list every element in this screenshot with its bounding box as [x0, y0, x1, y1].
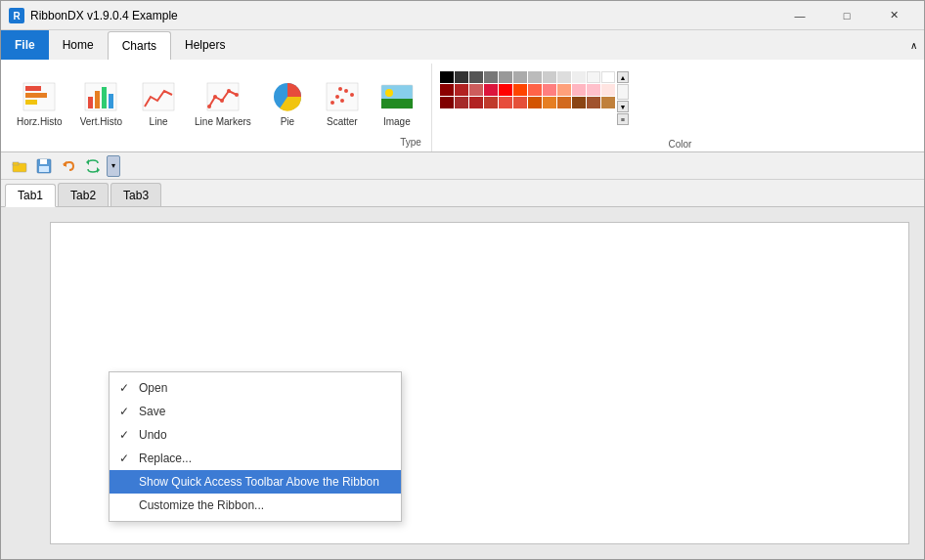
color-swatch[interactable]: [543, 71, 556, 83]
svg-rect-7: [88, 97, 93, 108]
color-swatch[interactable]: [440, 71, 454, 83]
ribbon-btn-horz-histo[interactable]: Horz.Histo: [11, 75, 68, 131]
color-swatch[interactable]: [528, 97, 542, 108]
menu-item-replace[interactable]: ✓ Replace...: [110, 447, 401, 470]
color-swatch[interactable]: [572, 97, 586, 108]
color-swatch[interactable]: [557, 84, 571, 96]
color-swatch[interactable]: [528, 71, 542, 83]
color-swatch[interactable]: [587, 71, 600, 83]
check-undo: ✓: [119, 428, 129, 442]
svg-point-28: [385, 89, 393, 97]
palette-row-3: [440, 97, 615, 108]
color-swatch[interactable]: [601, 97, 615, 108]
tab-home[interactable]: Home: [49, 30, 108, 60]
vert-histo-icon: [83, 79, 118, 114]
color-swatch[interactable]: [528, 84, 542, 96]
color-swatch[interactable]: [572, 71, 586, 83]
menu-item-save[interactable]: ✓ Save: [110, 400, 401, 423]
color-swatch[interactable]: [587, 84, 600, 96]
color-swatch[interactable]: [440, 84, 454, 96]
color-swatch[interactable]: [455, 84, 468, 96]
ribbon-type-items: Horz.Histo Vert.Histo: [11, 65, 421, 135]
color-swatch[interactable]: [484, 71, 498, 83]
svg-rect-33: [39, 166, 49, 172]
svg-point-25: [338, 87, 342, 91]
ribbon-btn-line[interactable]: Line: [134, 75, 183, 131]
color-swatch[interactable]: [513, 97, 527, 108]
svg-point-14: [213, 95, 217, 99]
color-swatch[interactable]: [469, 71, 483, 83]
color-swatch[interactable]: [484, 84, 498, 96]
color-swatch[interactable]: [499, 97, 512, 108]
close-button[interactable]: ✕: [871, 1, 916, 30]
svg-text:R: R: [13, 11, 21, 22]
color-swatch[interactable]: [499, 71, 512, 83]
color-swatch[interactable]: [557, 71, 571, 83]
ribbon-btn-line-markers[interactable]: Line Markers: [189, 75, 257, 131]
menu-item-show-above[interactable]: Show Quick Access Toolbar Above the Ribb…: [110, 470, 401, 494]
svg-rect-5: [25, 100, 37, 105]
svg-rect-9: [102, 87, 107, 108]
menu-bar: File Home Charts Helpers ∧: [1, 30, 924, 60]
color-swatch[interactable]: [455, 97, 468, 108]
menu-item-show-above-label: Show Quick Access Toolbar Above the Ribb…: [139, 475, 379, 489]
color-swatch[interactable]: [587, 97, 600, 108]
color-swatch[interactable]: [469, 97, 483, 108]
scatter-icon: [325, 79, 360, 114]
ribbon-btn-pie[interactable]: Pie: [263, 75, 312, 131]
ribbon-btn-scatter[interactable]: Scatter: [318, 75, 367, 131]
color-swatch[interactable]: [601, 71, 615, 83]
svg-rect-4: [25, 93, 47, 98]
qa-open-button[interactable]: [9, 155, 30, 177]
check-replace: ✓: [119, 452, 129, 465]
color-swatch[interactable]: [469, 84, 483, 96]
content-tab-3[interactable]: Tab3: [110, 183, 161, 206]
ribbon-btn-image[interactable]: Image: [373, 75, 421, 131]
menu-item-undo[interactable]: ✓ Undo: [110, 423, 401, 447]
content-tab-2[interactable]: Tab2: [58, 183, 109, 206]
ribbon-btn-vert-histo[interactable]: Vert.Histo: [74, 75, 128, 131]
svg-point-23: [344, 89, 348, 93]
color-swatch[interactable]: [572, 84, 586, 96]
svg-point-21: [335, 95, 339, 99]
collapse-ribbon-button[interactable]: ∧: [904, 30, 924, 60]
qa-replace-button[interactable]: [82, 155, 104, 177]
color-swatch[interactable]: [513, 71, 527, 83]
menu-item-replace-label: Replace...: [139, 452, 192, 465]
tab-helpers[interactable]: Helpers: [171, 30, 239, 60]
svg-point-15: [220, 99, 224, 103]
window-title: RibbonDX v1.9.0.4 Example: [30, 9, 777, 22]
color-swatch[interactable]: [499, 84, 512, 96]
svg-marker-36: [97, 167, 100, 173]
tab-charts[interactable]: Charts: [108, 31, 171, 61]
color-swatch[interactable]: [455, 71, 468, 83]
menu-item-save-label: Save: [139, 405, 165, 418]
tab-file[interactable]: File: [1, 30, 49, 60]
palette-scroll-down[interactable]: ▼: [617, 101, 629, 112]
line-markers-icon: [205, 79, 241, 114]
svg-point-13: [207, 105, 211, 108]
palette-scroll-up[interactable]: ▲: [617, 71, 629, 83]
minimize-button[interactable]: —: [777, 1, 822, 30]
svg-rect-10: [109, 94, 113, 108]
maximize-button[interactable]: □: [824, 1, 869, 30]
palette-scroll-more[interactable]: ≡: [617, 113, 629, 125]
menu-item-open[interactable]: ✓ Open: [110, 376, 401, 400]
menu-item-customize[interactable]: Customize the Ribbon...: [110, 494, 401, 517]
image-icon: [379, 79, 415, 114]
svg-point-24: [350, 93, 354, 97]
color-swatch[interactable]: [484, 97, 498, 108]
color-swatch[interactable]: [440, 97, 454, 108]
color-swatch[interactable]: [513, 84, 527, 96]
palette-row-1: [440, 71, 615, 83]
color-swatch[interactable]: [601, 84, 615, 96]
qa-dropdown-button[interactable]: ▾: [107, 155, 120, 177]
svg-point-20: [330, 101, 334, 105]
color-swatch[interactable]: [543, 84, 556, 96]
color-swatch[interactable]: [557, 97, 571, 108]
svg-point-17: [235, 93, 239, 97]
qa-save-button[interactable]: [33, 155, 55, 177]
qa-undo-button[interactable]: [58, 155, 79, 177]
color-swatch[interactable]: [543, 97, 556, 108]
content-tab-1[interactable]: Tab1: [5, 184, 56, 207]
